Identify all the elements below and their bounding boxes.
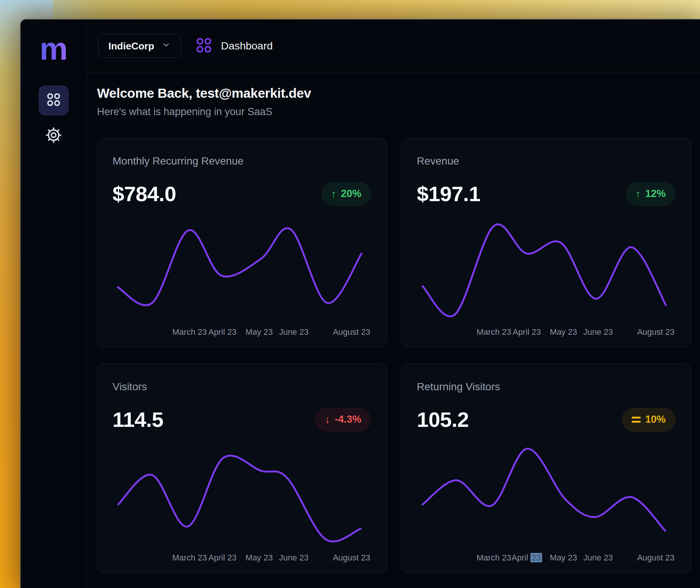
x-axis-label: March 23 bbox=[172, 553, 207, 563]
trend-badge: ↓ -4.3% bbox=[315, 408, 371, 432]
card-title: Visitors bbox=[113, 381, 371, 393]
card-title: Returning Visitors bbox=[417, 381, 675, 393]
trend-badge: ↑ 12% bbox=[626, 182, 675, 206]
x-axis-label: August 23 bbox=[333, 553, 370, 563]
x-axis-label: April 23 bbox=[208, 553, 237, 563]
x-axis-label: May 23 bbox=[550, 553, 577, 563]
x-axis-labels: March 23April 23May 23June 23August 23 bbox=[113, 327, 371, 339]
app-window: m bbox=[20, 19, 700, 588]
value-row: 105.2 10% bbox=[417, 407, 675, 432]
chart-line bbox=[422, 224, 666, 316]
value-row: $784.0 ↑ 20% bbox=[113, 182, 371, 206]
stat-card: Visitors 114.5 ↓ -4.3% March 23April 23M… bbox=[97, 364, 387, 573]
arrow-down-icon: ↓ bbox=[325, 414, 330, 425]
header: IndieCorp Dashboard bbox=[87, 20, 700, 73]
x-axis-label: August 23 bbox=[637, 327, 674, 337]
line-chart bbox=[417, 212, 675, 326]
team-selector-button[interactable]: IndieCorp bbox=[98, 34, 181, 58]
x-axis-label: March 23 bbox=[172, 327, 207, 337]
grid-icon bbox=[195, 37, 213, 55]
x-axis-label: April 23 bbox=[208, 327, 237, 337]
stat-card: Monthly Recurring Revenue $784.0 ↑ 20% M… bbox=[97, 138, 387, 347]
main: Welcome Back, test@makerkit.dev Here's w… bbox=[87, 73, 700, 588]
grid-icon bbox=[46, 92, 61, 109]
sidebar-nav bbox=[21, 85, 86, 146]
selection-highlight: 23 bbox=[530, 553, 542, 562]
page-title: Dashboard bbox=[221, 40, 273, 52]
equals-icon bbox=[632, 417, 641, 423]
x-axis-label: August 23 bbox=[333, 327, 370, 337]
x-axis-labels: March 23April 23May 23June 23August 23 bbox=[417, 327, 675, 339]
x-axis-label: May 23 bbox=[245, 327, 273, 337]
trend-label: 12% bbox=[645, 188, 666, 200]
x-axis-labels: March 23April 23May 23June 23August 23 bbox=[113, 553, 371, 564]
value-row: 114.5 ↓ -4.3% bbox=[113, 407, 371, 432]
card-title: Monthly Recurring Revenue bbox=[113, 155, 371, 167]
card-value: 114.5 bbox=[113, 407, 163, 432]
x-axis-label: June 23 bbox=[279, 553, 308, 563]
card-value: $197.1 bbox=[417, 182, 480, 206]
page-title-group[interactable]: Dashboard bbox=[195, 37, 273, 55]
arrow-up-icon: ↑ bbox=[331, 189, 336, 199]
x-axis-label: April 23 bbox=[512, 553, 542, 563]
welcome-subtitle: Here's what is happening in your SaaS bbox=[97, 106, 700, 118]
sidebar-item-dashboard[interactable] bbox=[39, 85, 69, 115]
value-row: $197.1 ↑ 12% bbox=[417, 182, 675, 206]
chart-line bbox=[118, 456, 361, 542]
line-chart bbox=[113, 212, 371, 326]
logo-box[interactable]: m bbox=[40, 20, 68, 72]
makerkit-logo: m bbox=[40, 33, 68, 65]
stat-card: Revenue $197.1 ↑ 12% March 23April 23May… bbox=[401, 138, 691, 347]
line-chart bbox=[113, 438, 371, 552]
x-axis-label: April 23 bbox=[513, 327, 541, 337]
x-axis-label: June 23 bbox=[279, 327, 308, 337]
sidebar-item-settings[interactable] bbox=[39, 125, 69, 146]
team-selector-label: IndieCorp bbox=[108, 40, 154, 52]
x-axis-label: May 23 bbox=[550, 327, 577, 337]
chart-line bbox=[422, 449, 665, 531]
x-axis-labels: March 23April 23May 23June 23August 23 bbox=[417, 553, 675, 564]
stats-grid: Monthly Recurring Revenue $784.0 ↑ 20% M… bbox=[97, 138, 700, 573]
x-axis-label: May 23 bbox=[245, 553, 273, 563]
trend-label: 10% bbox=[645, 414, 666, 425]
arrow-up-icon: ↑ bbox=[635, 189, 641, 199]
x-axis-label: June 23 bbox=[583, 553, 613, 563]
stat-card: Returning Visitors 105.2 10% March 23Apr… bbox=[401, 364, 691, 573]
sidebar: m bbox=[21, 20, 87, 588]
line-chart bbox=[417, 438, 675, 552]
x-axis-label: March 23 bbox=[476, 327, 511, 337]
x-axis-label: June 23 bbox=[583, 327, 613, 337]
x-axis-label: March 23 bbox=[476, 553, 511, 563]
chart-line bbox=[118, 228, 362, 305]
trend-badge: 10% bbox=[622, 408, 675, 432]
welcome-title: Welcome Back, test@makerkit.dev bbox=[97, 86, 700, 101]
trend-label: 20% bbox=[341, 188, 361, 200]
card-title: Revenue bbox=[417, 155, 675, 167]
card-value: 105.2 bbox=[417, 407, 469, 432]
chevron-down-icon bbox=[162, 40, 171, 52]
x-axis-label: August 23 bbox=[637, 553, 674, 563]
trend-badge: ↑ 20% bbox=[321, 182, 371, 206]
gear-icon bbox=[45, 126, 62, 145]
content-column: IndieCorp Dashboard bbox=[87, 20, 700, 588]
trend-label: -4.3% bbox=[335, 414, 361, 425]
card-value: $784.0 bbox=[113, 182, 176, 206]
